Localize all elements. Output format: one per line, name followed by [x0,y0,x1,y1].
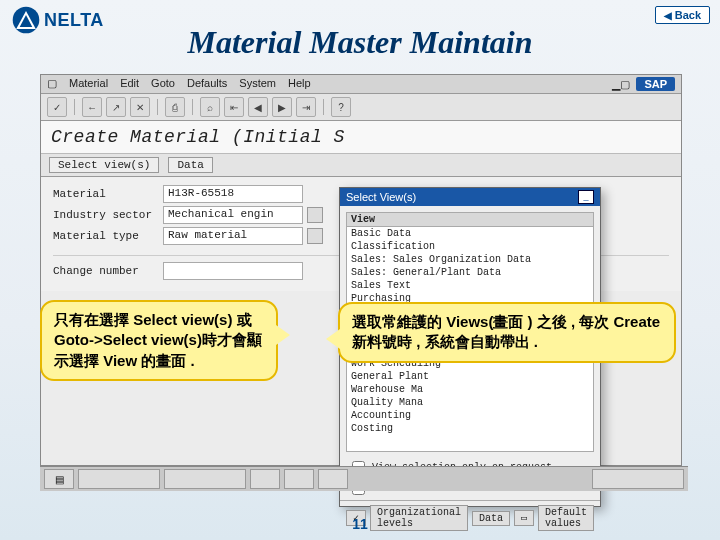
dialog-title: Select View(s) [346,191,416,203]
subbar: Select view(s) Data [41,154,681,177]
toolbar: ✓ ← ↗ ✕ ⎙ ⌕ ⇤ ◀ ▶ ⇥ ? [41,94,681,121]
start-button[interactable]: ▤ [44,469,74,489]
dialog-titlebar: Select View(s) _ [340,188,600,206]
screen-title: Create Material (Initial S [41,121,681,154]
view-row[interactable]: Sales: Sales Organization Data [347,253,593,266]
callout-right: 選取常維護的 Views(畫面 ) 之後 , 每次 Create新料號時 , 系… [338,302,676,363]
tb-next-icon[interactable]: ▶ [272,97,292,117]
change-label: Change number [53,265,163,277]
menu-edit[interactable]: Edit [120,77,139,91]
task-item[interactable] [78,469,160,489]
tb-print-icon[interactable]: ⎙ [165,97,185,117]
material-input[interactable]: H13R-65518 [163,185,303,203]
tb-cancel-icon[interactable]: ✕ [130,97,150,117]
task-item[interactable] [318,469,348,489]
view-row[interactable]: Classification [347,240,593,253]
industry-input[interactable]: Mechanical engin [163,206,303,224]
tb-last-icon[interactable]: ⇥ [296,97,316,117]
tb-first-icon[interactable]: ⇤ [224,97,244,117]
callout-left: 只有在選擇 Select view(s) 或 Goto->Select view… [40,300,278,381]
back-button[interactable]: ◀ Back [655,6,710,24]
tb-help-icon[interactable]: ? [331,97,351,117]
window-icon: ▢ [47,77,57,91]
mattype-label: Material type [53,230,163,242]
callout-tail-icon [276,325,290,345]
task-item[interactable] [250,469,280,489]
industry-label: Industry sector [53,209,163,221]
view-row[interactable]: Warehouse Ma [347,383,593,396]
callout-tail-icon [326,329,340,349]
task-item[interactable] [284,469,314,489]
tb-back-icon[interactable]: ← [82,97,102,117]
view-row[interactable]: Sales: General/Plant Data [347,266,593,279]
menubar: ▢ Material Edit Goto Defaults System Hel… [41,75,681,94]
back-label: Back [675,9,701,21]
view-list-header: View [347,213,593,227]
menu-help[interactable]: Help [288,77,311,91]
tb-prev-icon[interactable]: ◀ [248,97,268,117]
view-row[interactable]: General Plant [347,370,593,383]
view-row[interactable]: Sales Text [347,279,593,292]
menu-goto[interactable]: Goto [151,77,175,91]
tray[interactable] [592,469,684,489]
view-row[interactable]: Basic Data [347,227,593,240]
os-taskbar: ▤ [40,466,688,491]
mattype-input[interactable]: Raw material [163,227,303,245]
sap-window: ▢ Material Edit Goto Defaults System Hel… [40,74,682,466]
dropdown-icon[interactable] [307,228,323,244]
sap-logo: SAP [636,77,675,91]
view-row[interactable]: Accounting [347,409,593,422]
view-row[interactable]: Quality Mana [347,396,593,409]
data-button[interactable]: Data [168,157,212,173]
tb-find-icon[interactable]: ⌕ [200,97,220,117]
menu-material[interactable]: Material [69,77,108,91]
dialog-minimize-icon[interactable]: _ [578,190,594,204]
page-number: 11 [0,516,720,532]
task-item[interactable] [164,469,246,489]
dropdown-icon[interactable] [307,207,323,223]
menu-system[interactable]: System [239,77,276,91]
view-row[interactable]: Costing [347,422,593,435]
window-controls-icon[interactable]: ▁▢ [612,78,630,91]
tb-exit-icon[interactable]: ↗ [106,97,126,117]
change-input[interactable] [163,262,303,280]
material-label: Material [53,188,163,200]
select-views-button[interactable]: Select view(s) [49,157,159,173]
menu-defaults[interactable]: Defaults [187,77,227,91]
slide-title: Material Master Maintain [0,24,720,61]
back-arrow-icon: ◀ [664,10,672,21]
tb-check-icon[interactable]: ✓ [47,97,67,117]
